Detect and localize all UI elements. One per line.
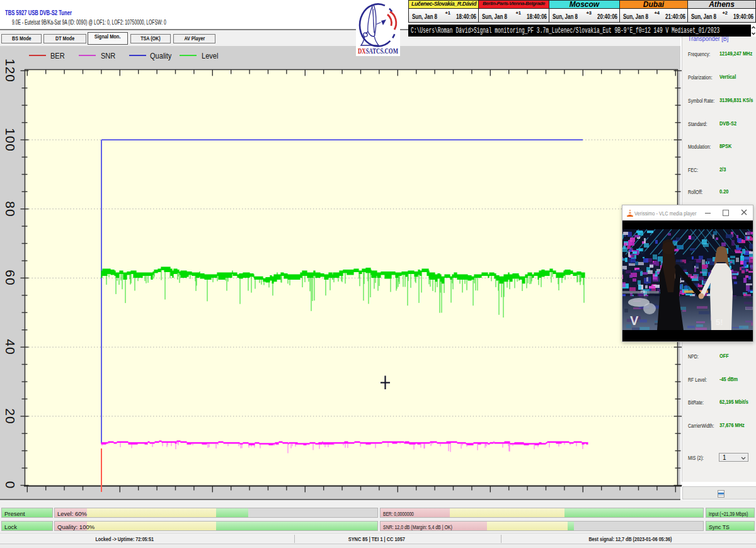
svg-text:5!: 5! <box>716 317 723 327</box>
svg-text:DXSATCS.COM: DXSATCS.COM <box>358 46 398 55</box>
svg-text:V: V <box>630 314 639 328</box>
